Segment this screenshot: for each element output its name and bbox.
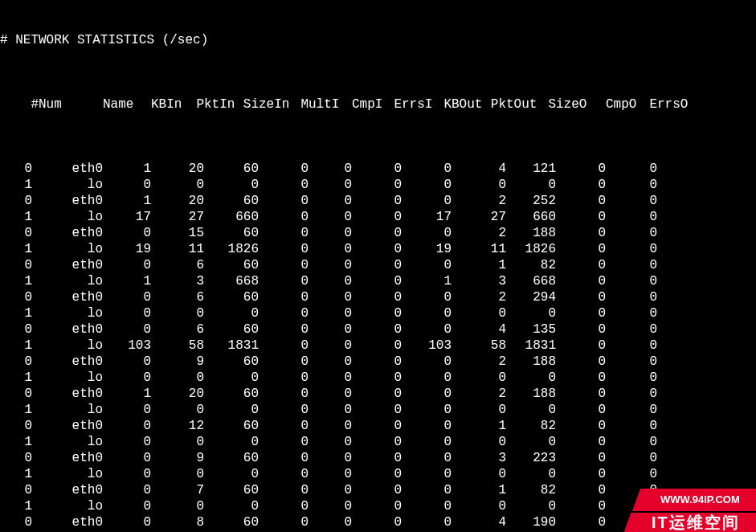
cell-multi: 0 <box>259 257 309 273</box>
cell-name: lo <box>32 498 103 514</box>
cell-kbin: 0 <box>103 514 151 530</box>
cell-errsi: 0 <box>352 450 402 466</box>
stats-title: # NETWORK STATISTICS (/sec) <box>0 32 756 48</box>
cell-kbin: 0 <box>103 321 151 338</box>
cell-pktin: 0 <box>151 498 204 514</box>
cell-errso: 0 <box>606 225 657 241</box>
cell-cmpi: 0 <box>309 466 352 482</box>
table-row: 0eth0120600000218800 <box>0 386 756 402</box>
cell-errso: 0 <box>606 498 657 514</box>
cell-errsi: 0 <box>352 418 402 434</box>
cell-errsi: 0 <box>352 273 402 289</box>
table-row: 0eth006600000413500 <box>0 321 756 338</box>
table-row: 0eth0120600000225200 <box>0 193 756 209</box>
cell-kbin: 0 <box>103 418 151 434</box>
table-row: 1lo136680001366800 <box>0 273 756 289</box>
cell-num: 0 <box>0 225 32 241</box>
cell-pktout: 58 <box>452 338 506 354</box>
cell-cmpo: 0 <box>556 177 606 193</box>
cell-pktout: 3 <box>452 450 506 466</box>
cell-multi: 0 <box>259 321 309 338</box>
cell-kbin: 0 <box>103 402 151 418</box>
table-row: 1lo00000000000 <box>0 370 756 386</box>
cell-cmpo: 0 <box>556 450 606 466</box>
cell-name: lo <box>32 338 103 354</box>
cell-sizeo: 1826 <box>506 241 556 257</box>
cell-cmpo: 0 <box>556 434 606 450</box>
cell-cmpo: 0 <box>556 273 606 289</box>
cell-kbin: 0 <box>103 305 151 321</box>
cell-pktout: 4 <box>452 514 506 530</box>
cell-sizein: 0 <box>204 434 259 450</box>
cell-kbin: 0 <box>103 177 151 193</box>
cell-sizein: 0 <box>204 177 259 193</box>
cell-kbin: 0 <box>103 354 151 370</box>
cell-errso: 0 <box>606 305 657 321</box>
cell-cmpi: 0 <box>309 434 352 450</box>
cell-kbout: 0 <box>402 225 452 241</box>
cell-errso: 0 <box>606 482 657 498</box>
cell-errso: 0 <box>606 338 657 354</box>
cell-sizeo: 668 <box>506 273 556 289</box>
cell-pktout: 4 <box>452 321 506 338</box>
cell-errso: 0 <box>606 370 657 386</box>
cell-num: 0 <box>0 289 32 305</box>
cell-multi: 0 <box>259 338 309 354</box>
cell-kbin: 17 <box>103 209 151 225</box>
table-row: 1lo10358183100010358183100 <box>0 338 756 354</box>
cell-cmpi: 0 <box>309 418 352 434</box>
cell-kbout: 17 <box>402 209 452 225</box>
cell-kbout: 0 <box>402 177 452 193</box>
cell-multi: 0 <box>259 225 309 241</box>
cell-sizeo: 135 <box>506 321 556 338</box>
cell-kbout: 0 <box>402 402 452 418</box>
table-body: 0eth01206000004121001lo000000000000eth01… <box>0 161 756 532</box>
cell-num: 0 <box>0 193 32 209</box>
cell-num: 0 <box>0 386 32 402</box>
cell-sizeo: 82 <box>506 482 556 498</box>
cell-cmpo: 0 <box>556 482 606 498</box>
cell-errso: 0 <box>606 386 657 402</box>
table-row: 1lo00000000000 <box>0 434 756 450</box>
cell-errso: 0 <box>606 354 657 370</box>
cell-multi: 0 <box>259 482 309 498</box>
header-sizein: SizeIn <box>235 96 289 113</box>
cell-kbout: 0 <box>402 434 452 450</box>
cell-name: eth0 <box>32 418 103 434</box>
cell-sizein: 0 <box>204 466 259 482</box>
header-sizeo: SizeO <box>537 96 586 113</box>
cell-kbout: 0 <box>402 498 452 514</box>
cell-pktin: 0 <box>151 466 204 482</box>
cell-errsi: 0 <box>352 225 402 241</box>
cell-multi: 0 <box>259 418 309 434</box>
cell-sizeo: 0 <box>506 466 556 482</box>
cell-pktout: 3 <box>452 273 506 289</box>
cell-cmpi: 0 <box>309 482 352 498</box>
cell-pktout: 2 <box>452 289 506 305</box>
cell-sizein: 0 <box>204 498 259 514</box>
cell-pktout: 2 <box>452 193 506 209</box>
cell-kbin: 1 <box>103 386 151 402</box>
cell-multi: 0 <box>259 466 309 482</box>
cell-multi: 0 <box>259 402 309 418</box>
cell-errsi: 0 <box>352 257 402 273</box>
cell-pktout: 1 <box>452 418 506 434</box>
cell-sizein: 60 <box>204 193 259 209</box>
cell-errso: 0 <box>606 241 657 257</box>
cell-name: eth0 <box>32 161 103 177</box>
cell-errso: 0 <box>606 177 657 193</box>
cell-kbout: 0 <box>402 514 452 530</box>
cell-errsi: 0 <box>352 514 402 530</box>
cell-multi: 0 <box>259 289 309 305</box>
table-row: 1lo00000000000 <box>0 305 756 321</box>
cell-sizeo: 0 <box>506 434 556 450</box>
table-row: 0eth00660000018200 <box>0 257 756 273</box>
cell-multi: 0 <box>259 305 309 321</box>
cell-cmpo: 0 <box>556 338 606 354</box>
cell-kbout: 1 <box>402 273 452 289</box>
cell-name: lo <box>32 241 103 257</box>
cell-cmpi: 0 <box>309 498 352 514</box>
table-row: 0eth006600000229400 <box>0 289 756 305</box>
cell-pktout: 0 <box>452 305 506 321</box>
cell-kbin: 0 <box>103 498 151 514</box>
